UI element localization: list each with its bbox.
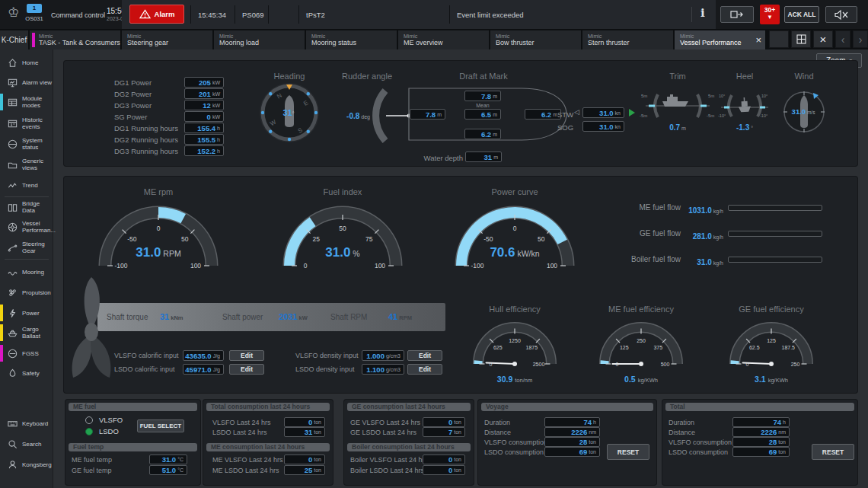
- value-box: 69ton: [544, 447, 600, 457]
- edit-button[interactable]: Edit: [229, 364, 264, 375]
- tab-close-icon[interactable]: ×: [755, 37, 761, 44]
- vlsfo-option[interactable]: VLSFO: [85, 416, 123, 424]
- svg-text:10°: 10°: [719, 94, 725, 98]
- tab-me-overview[interactable]: MimicME overview: [398, 30, 489, 49]
- event-status: Event limit exceeded: [457, 11, 524, 19]
- value-text: 0: [448, 418, 452, 426]
- fuel-input-box[interactable]: 1.100g/cm3: [362, 364, 404, 375]
- sidebar-item-steering-gear[interactable]: Steering Gear: [0, 237, 53, 258]
- value-unit: kg/h: [713, 260, 723, 266]
- svg-text:250: 250: [791, 362, 800, 367]
- mute-alarm-icon[interactable]: [825, 6, 857, 23]
- sidebar-item-search[interactable]: Search: [0, 433, 53, 455]
- svg-text:125: 125: [767, 338, 776, 343]
- value-box: 51.0°C: [149, 465, 187, 475]
- sidebar-item-generic-views[interactable]: Generic views: [0, 154, 53, 175]
- sidebar-item-kongsberg[interactable]: Kongsberg: [0, 454, 53, 475]
- sidebar-item-keyboard[interactable]: Keyboard: [0, 413, 53, 434]
- lsdo-option[interactable]: LSDO: [85, 427, 119, 435]
- value-box: 7ton: [423, 427, 465, 437]
- sidebar-item-cargo-ballast[interactable]: Cargo Ballast: [0, 322, 53, 343]
- edit-button[interactable]: Edit: [229, 350, 264, 361]
- svg-text:625: 625: [493, 345, 503, 350]
- shaft-label: Shaft power: [222, 313, 263, 321]
- draft-bottom-box: 6.2m: [464, 129, 501, 139]
- sidebar-item-system-status[interactable]: System status: [0, 133, 53, 155]
- fuel-select-button[interactable]: FUEL SELECT: [137, 419, 184, 432]
- k-chief-label[interactable]: K-Chief: [0, 30, 28, 49]
- sidebar-item-home[interactable]: Home: [0, 52, 53, 73]
- tabs-scroll-right-icon[interactable]: ›: [853, 30, 868, 48]
- ack-all-button[interactable]: ACK ALL: [784, 6, 819, 23]
- svg-text:125: 125: [620, 345, 629, 350]
- value-unit: ton: [589, 439, 596, 445]
- value-unit: ton: [778, 449, 786, 455]
- separator: [190, 5, 191, 24]
- svg-text:-50: -50: [483, 235, 493, 243]
- shaft-value: 2031kW: [279, 312, 308, 321]
- value-text: 43635.0: [185, 352, 211, 360]
- info-icon[interactable]: i: [700, 6, 705, 20]
- command-mode-label: Command control: [51, 11, 105, 19]
- edit-button[interactable]: Edit: [407, 350, 442, 361]
- value-text: 0: [448, 466, 452, 474]
- vlsfo-radio[interactable]: [85, 416, 93, 424]
- value-unit: g/cm3: [386, 367, 400, 372]
- tabs-scroll-left-icon[interactable]: ‹: [835, 30, 850, 48]
- lsdo-radio[interactable]: [85, 428, 93, 435]
- total-me-consumption-panel: Total consumption last 24 hoursVLSFO Las…: [203, 400, 333, 485]
- fuel-flow-label: GE fuel flow: [589, 229, 681, 238]
- shaft-readout-bar: Shaft torque31kNmShaft power2031kWShaft …: [97, 303, 445, 331]
- tab-mooring-load[interactable]: MimicMooring load: [214, 30, 305, 49]
- sidebar-item-safety[interactable]: Safety: [0, 362, 53, 384]
- value-text: 28: [579, 438, 588, 446]
- sidebar-item-bridge-data[interactable]: Bridge Data: [0, 196, 53, 218]
- tab-label: Bow thruster: [496, 39, 535, 46]
- operator-station-chip[interactable]: 1 OS031: [21, 4, 47, 22]
- row-label: ME LSDO Last 24 hrs: [212, 467, 279, 474]
- sidebar-item-historic-events[interactable]: Historic events: [0, 113, 53, 134]
- blank-window-button[interactable]: [769, 30, 789, 48]
- fuel-input-box[interactable]: 45971.0J/g: [183, 364, 224, 375]
- sidebar-item-module-modes[interactable]: Module modes: [0, 91, 53, 113]
- sidebar-item-mooring[interactable]: Mooring: [0, 261, 53, 282]
- reset-button[interactable]: RESET: [812, 444, 854, 460]
- sidebar-item-propulsion[interactable]: Propulsion: [0, 282, 53, 303]
- tab-task-tank-consumers[interactable]: MimicTASK - Tank & Consumers: [30, 30, 120, 49]
- sidebar-accent-bar: [0, 324, 3, 341]
- sidebar-item-label: Safety: [22, 370, 53, 377]
- draft-title: Draft at Mark: [419, 72, 548, 81]
- value-box: 28ton: [544, 437, 600, 447]
- tab-kind-label: Mimic: [39, 33, 120, 39]
- tab-vessel-performance[interactable]: MimicVessel Performance×: [675, 30, 765, 49]
- tab-label: Mooring status: [311, 39, 356, 46]
- tab-steering-gear[interactable]: MimicSteering gear: [122, 30, 212, 49]
- login-icon[interactable]: [720, 6, 754, 23]
- row-label: GE LSDO Last 24 hrs: [350, 429, 416, 436]
- sidebar-item-fgss[interactable]: FGSS: [0, 343, 53, 364]
- alarm-count-badge[interactable]: 30+ ▾: [760, 5, 780, 24]
- mimic-tab-bar: K-Chief MimicTASK - Tank & ConsumersMimi…: [0, 29, 868, 49]
- edit-button[interactable]: Edit: [407, 364, 442, 375]
- sidebar-item-label: Bridge Data: [22, 200, 53, 214]
- sidebar-item-trend[interactable]: Trend: [0, 174, 53, 196]
- alarm-button[interactable]: Alarm: [129, 5, 184, 24]
- sidebar-item-alarm-view[interactable]: Alarm view: [0, 72, 53, 93]
- row-label: VLSFO consumption: [484, 439, 547, 446]
- tab-label: Steering gear: [127, 39, 168, 46]
- panel-header: ME consumption last 24 hours: [206, 443, 330, 451]
- reset-button[interactable]: RESET: [607, 444, 649, 460]
- row-label: ME fuel temp: [72, 456, 112, 464]
- tile-windows-icon[interactable]: [791, 30, 811, 48]
- sidebar-item-power[interactable]: Power: [0, 302, 53, 324]
- tab-mooring-status[interactable]: MimicMooring status: [306, 30, 397, 49]
- fuel-input-box[interactable]: 43635.0J/g: [183, 350, 224, 361]
- tab-label: Stern thruster: [588, 39, 630, 46]
- value-text: 1031.0: [688, 206, 712, 215]
- sidebar-item-vessel-performan[interactable]: Vessel Performan...: [0, 216, 53, 238]
- sidebar-item-label: Module modes: [22, 95, 53, 109]
- tab-stern-thruster[interactable]: MimicStern thruster: [582, 30, 673, 49]
- tab-bow-thruster[interactable]: MimicBow thruster: [490, 30, 581, 49]
- fuel-input-box[interactable]: 1.000g/cm3: [362, 350, 404, 361]
- close-all-icon[interactable]: ×: [813, 30, 833, 48]
